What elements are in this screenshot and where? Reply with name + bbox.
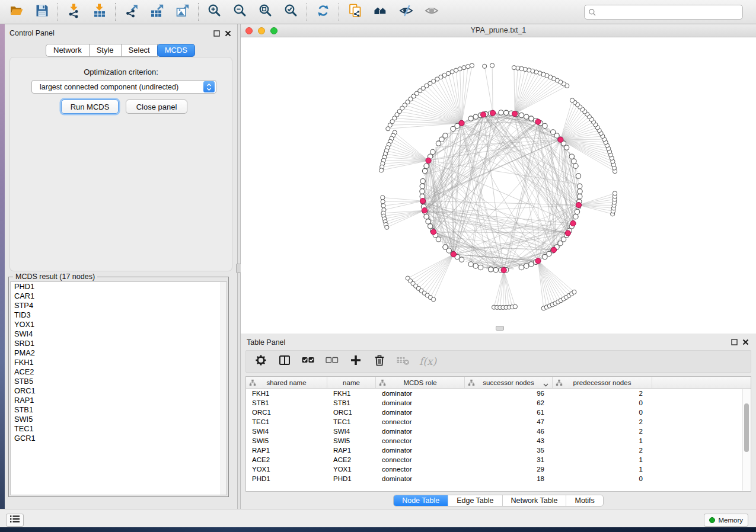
tab-network-table[interactable]: Network Table: [502, 495, 566, 506]
add-row-button[interactable]: [348, 354, 363, 369]
tab-node-table[interactable]: Node Table: [394, 495, 448, 506]
tab-edge-table[interactable]: Edge Table: [448, 495, 502, 506]
minimize-window-button[interactable]: [258, 27, 265, 34]
tab-style[interactable]: Style: [89, 44, 122, 57]
criterion-dropdown[interactable]: largest connected component (undirected): [31, 80, 216, 94]
zoom-selected-button[interactable]: [278, 1, 304, 23]
network-canvas[interactable]: [241, 37, 756, 334]
show-columns-button[interactable]: [277, 354, 292, 369]
import-network-button[interactable]: [61, 1, 87, 23]
table-cell: ACE2: [246, 456, 327, 463]
table-cell: SWI4: [327, 428, 376, 435]
mcds-result-item[interactable]: ACE2: [11, 367, 227, 377]
mcds-result-item[interactable]: RAP1: [11, 396, 227, 405]
tab-select[interactable]: Select: [121, 44, 158, 57]
mcds-result-item[interactable]: CAR1: [11, 291, 227, 301]
memory-button[interactable]: Memory: [704, 514, 748, 527]
table-scrollbar[interactable]: [742, 389, 750, 491]
export-image-button[interactable]: [170, 1, 195, 23]
table-settings-button[interactable]: [253, 354, 269, 369]
table-cell: SWI5: [327, 437, 376, 444]
mcds-result-item[interactable]: SRD1: [11, 339, 227, 348]
close-panel-icon[interactable]: [742, 337, 749, 348]
column-header-shared-name[interactable]: shared name: [246, 377, 327, 388]
table-row[interactable]: FKH1FKH1dominator962: [246, 389, 751, 398]
mcds-result-item[interactable]: ORC1: [11, 386, 227, 396]
mcds-result-item[interactable]: STP4: [11, 301, 227, 310]
table-scrollbar-thumb[interactable]: [744, 403, 749, 452]
zoom-in-button[interactable]: [202, 1, 227, 23]
column-header-name[interactable]: name: [327, 377, 376, 388]
zoom-out-button[interactable]: [227, 1, 253, 23]
mcds-result-item[interactable]: PMA2: [11, 348, 227, 358]
table-cell: dominator: [376, 428, 465, 435]
column-header-predecessor-nodes[interactable]: predecessor nodes: [553, 377, 652, 388]
tab-motifs[interactable]: Motifs: [566, 495, 602, 506]
table-row[interactable]: YOX1YOX1connector291: [246, 464, 751, 474]
mcds-result-list[interactable]: PHD1CAR1STP4TID3YOX1SWI4SRD1PMA2FKH1ACE2…: [10, 281, 227, 495]
task-history-button[interactable]: [6, 514, 24, 527]
eye-icon: [424, 3, 439, 21]
mcds-tab-content: Optimization criterion: largest connecte…: [9, 57, 232, 271]
run-mcds-button[interactable]: Run MCDS: [61, 100, 119, 114]
clone-network-button[interactable]: [342, 1, 368, 23]
mcds-result-item[interactable]: SWI5: [11, 415, 227, 424]
mcds-list-scrollbar[interactable]: [221, 282, 227, 495]
mcds-result-item[interactable]: GCR1: [11, 434, 227, 443]
deselect-all-button[interactable]: [324, 354, 340, 369]
table-cell: ORC1: [246, 409, 327, 416]
floppy-disk-icon: [34, 3, 50, 21]
table-row[interactable]: TEC1TEC1connector472: [246, 417, 751, 427]
table-row[interactable]: ACE2ACE2connector311: [246, 455, 751, 464]
mcds-result-item[interactable]: TID3: [11, 310, 227, 320]
network-window: YPA_prune.txt_1: [241, 24, 756, 334]
select-all-button[interactable]: [301, 354, 316, 369]
mcds-result-item[interactable]: FKH1: [11, 358, 227, 367]
mcds-result-item[interactable]: TEC1: [11, 424, 227, 434]
horizontal-splitter-grip[interactable]: [496, 326, 504, 331]
close-window-button[interactable]: [245, 27, 253, 34]
zoom-window-button[interactable]: [270, 27, 277, 34]
column-header-mcds-role[interactable]: MCDS role: [376, 377, 465, 388]
save-session-button[interactable]: [29, 1, 55, 23]
desktop-wallpaper-left: [0, 24, 5, 527]
table-row[interactable]: RAP1RAP1dominator352: [246, 446, 751, 455]
mcds-result-item[interactable]: SWI4: [11, 329, 227, 339]
tab-network[interactable]: Network: [46, 44, 90, 57]
table-row[interactable]: SWI4SWI4dominator462: [246, 427, 751, 436]
trash-icon: [373, 354, 386, 369]
open-file-button[interactable]: [4, 1, 29, 23]
first-neighbors-button[interactable]: [368, 1, 393, 23]
hide-selected-button[interactable]: [393, 1, 419, 23]
network-window-titlebar[interactable]: YPA_prune.txt_1: [241, 24, 756, 37]
table-row[interactable]: STB1STB1dominator620: [246, 398, 751, 408]
close-panel-button[interactable]: Close panel: [126, 100, 187, 114]
refresh-button[interactable]: [310, 1, 336, 23]
mcds-result-item[interactable]: YOX1: [11, 320, 227, 329]
close-panel-icon[interactable]: [225, 28, 231, 39]
show-all-button[interactable]: [419, 1, 444, 23]
delete-row-button[interactable]: [372, 354, 387, 369]
export-table-button[interactable]: [144, 1, 170, 23]
mcds-result-item[interactable]: PHD1: [11, 282, 227, 291]
function-builder-button[interactable]: f(x): [419, 355, 436, 367]
table-row[interactable]: PHD1PHD1dominator180: [246, 474, 751, 483]
table-cell: 0: [553, 399, 652, 406]
import-table-button[interactable]: [87, 1, 112, 23]
mcds-result-item[interactable]: STB1: [11, 405, 227, 415]
table-row[interactable]: SWI5SWI5connector431: [246, 436, 751, 446]
float-panel-icon[interactable]: [213, 28, 220, 39]
table-cell: YOX1: [327, 466, 376, 473]
delete-table-button[interactable]: [395, 354, 411, 369]
table-cell: YOX1: [246, 466, 327, 473]
import-table-icon: [92, 3, 107, 21]
column-header-successor-nodes[interactable]: successor nodes: [465, 377, 553, 388]
float-panel-icon[interactable]: [731, 337, 738, 348]
search-input[interactable]: [596, 7, 742, 18]
mcds-result-item[interactable]: STB5: [11, 377, 227, 386]
table-row[interactable]: ORC1ORC1dominator610: [246, 408, 751, 417]
search-field[interactable]: [584, 5, 743, 20]
export-network-button[interactable]: [119, 1, 144, 23]
tab-mcds[interactable]: MCDS: [157, 44, 195, 57]
zoom-fit-button[interactable]: [253, 1, 278, 23]
